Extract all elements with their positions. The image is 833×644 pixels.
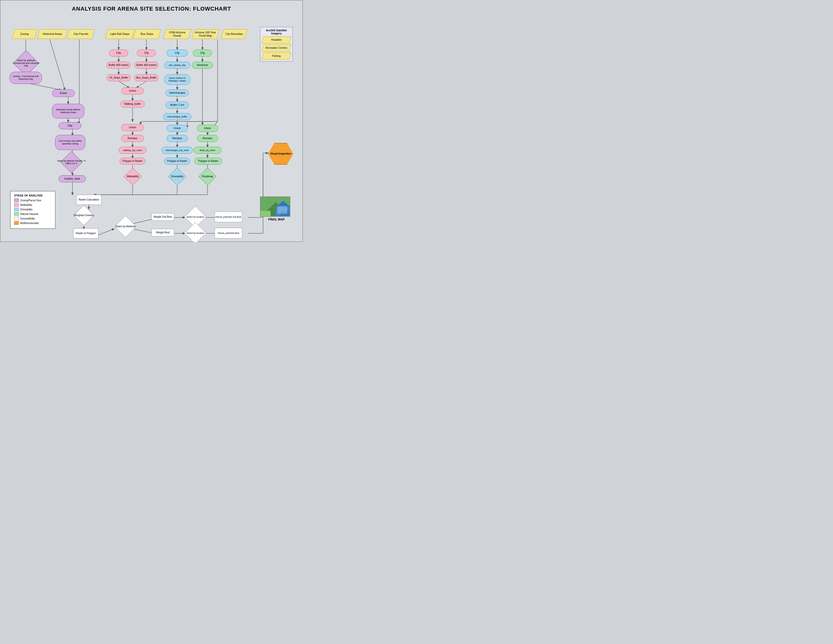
floodmap: Floodmap (196, 170, 219, 183)
floodzone: floodzone (192, 62, 213, 69)
legend-item-driveability: Driveability (14, 208, 51, 211)
final-map-label: FINAL MAP (260, 218, 293, 221)
select-attr-5m: Select by attribute Parcels > 5 million … (55, 154, 88, 170)
buffer-400-lr: Buffer 400 metres (106, 62, 131, 69)
parcel-2nd-best: Parcel_potential 2nd Best (215, 212, 242, 222)
interchanges-buffer: interchanges_buffer (163, 113, 191, 120)
poly-to-raster-drive: Polygon to Raster (164, 158, 190, 165)
svg-rect-74 (261, 211, 270, 217)
union-walk2: Union (121, 124, 144, 131)
bus-stops-input: Bus Stops (133, 29, 161, 39)
city-parcels-input: City Parcels (67, 29, 95, 39)
parcel-best: Parcel_potential Best (215, 228, 242, 238)
legend-title: STAGE OF ANALYSIS (14, 194, 51, 197)
bus-stops-buffer: Bus_Stops_Buffer (134, 74, 159, 81)
reclass-drive: Reclass (167, 135, 188, 142)
svg-line-2 (26, 83, 61, 90)
final-map: FINAL MAP (260, 196, 293, 221)
legend-swatch-driveability (14, 208, 19, 211)
map-image (260, 196, 290, 217)
walkability: Walkability (122, 170, 144, 183)
legend-swatch-multifunctionality (14, 221, 19, 225)
poly-to-raster-walk: Polygon to Raster (120, 158, 145, 165)
select-by-location-1: Select by location (182, 225, 209, 241)
svg-line-3 (50, 39, 65, 90)
query-reclass: Query reclass to freeways / ramps (164, 74, 190, 85)
zoning-comm-ind: Zoning - Commercial and Industrial Only (10, 72, 42, 84)
legend-item-susceptibility: Susceptibility (14, 217, 51, 220)
city-parcels-zoning: City Parcels only within specified zonin… (55, 135, 85, 150)
select-attr-comm-ind: Select by attribute Commercial and Indus… (10, 54, 42, 72)
legend-label-zoning: Zoning/Parcel Size (20, 199, 42, 202)
union-walk: Union (121, 87, 144, 95)
raster-to-polygon: Raster to Polygon (73, 228, 98, 238)
osm-roads-input: OSM Arizona Roads (163, 29, 191, 39)
union-flood: Union (197, 125, 218, 132)
lr-stops-buffer: LR_Stops_Buffer (106, 74, 131, 81)
legend-label-walkability: Walkability (20, 204, 32, 206)
page-title: ANALYSIS FOR ARENA SITE SELECTION: FLOWC… (6, 6, 298, 12)
flowchart: Zoning Historical Areas City Parcels Lig… (6, 17, 298, 237)
clip-lr: Clip (109, 50, 128, 56)
weight-best: Weight Best (151, 229, 174, 237)
union-drive: Union (167, 125, 188, 132)
walking-city-union: walking_city_union (119, 147, 146, 154)
parking-input: Parking (262, 53, 291, 60)
zoning-input: Zoning (12, 29, 37, 39)
weighted-overlay: Weighted Overlay (71, 208, 97, 223)
legend-label-susceptibility: Susceptibility (20, 217, 35, 220)
clip-bus: Clip (137, 50, 156, 56)
visual-inspection: Visual Inspection (268, 143, 293, 165)
walking-buffer: Walking_buffer (121, 100, 145, 108)
reclass-flood: Reclass (197, 135, 218, 142)
interchanges: Interchanges (166, 89, 189, 97)
legend-swatch-susceptibility (14, 217, 19, 220)
phx-streets-clip: phx_streets_clip (164, 62, 190, 69)
select-by-attribute: Select by Attribute (112, 219, 139, 234)
legend-swatch-walkability (14, 203, 19, 206)
flood-city-union: flood_city_union (194, 147, 221, 154)
poly-to-raster-flood: Polygon to Raster (195, 158, 222, 165)
clip-roads: Clip (167, 50, 188, 56)
city-boundary-input: City Boundary (221, 29, 248, 39)
legend-item-walkability: Walkability (14, 203, 51, 206)
legend-swatch-natural-hazards (14, 212, 19, 216)
historical-areas-input: Historical Areas (37, 29, 68, 39)
legend: STAGE OF ANALYSIS Zoning/Parcel Size Wal… (10, 191, 56, 229)
legend-swatch-zoning (14, 198, 19, 202)
location-ideal: location_ideal (59, 175, 86, 182)
svg-rect-75 (281, 211, 290, 217)
clip-flood: Clip (193, 50, 212, 56)
svg-line-17 (119, 81, 129, 88)
legend-item-multifunctionality: Multifunctionality (14, 221, 51, 225)
interchanges-city-union: interchanges_city_union (162, 147, 193, 154)
legend-label-driveability: Driveability (20, 208, 32, 211)
page: ANALYSIS FOR ARENA SITE SELECTION: FLOWC… (0, 0, 303, 242)
light-rail-stops-input: Light Rail Stops (105, 29, 134, 39)
raster-calculation: Raster Calculation (76, 195, 101, 205)
recreation-input: Recreation Centres (262, 45, 291, 52)
flood-map-input: Arizona 100 Year Flood Map (191, 29, 219, 39)
legend-label-multifunctionality: Multifunctionality (20, 222, 39, 224)
map-svg (261, 197, 290, 217)
hospitals-input: Hospitals (262, 36, 291, 43)
driveability: Driveability (167, 170, 188, 183)
legend-label-natural-hazards: Natural Hazards (20, 213, 39, 216)
legend-item-natural-hazards: Natural Hazards (14, 212, 51, 216)
legend-item-zoning: Zoning/Parcel Size (14, 198, 51, 202)
erase-process: Erase (52, 89, 75, 97)
arcgis-title: ArcGIS Satellite Imagery (262, 29, 290, 35)
buffer-1km: Buffer 1 km (166, 101, 189, 109)
selected-zoning-no-hist: Selected zoning without Historical Areas (52, 104, 84, 118)
buffer-400-bus: Buffer 400 metres (134, 62, 159, 69)
arcgis-box: ArcGIS Satellite Imagery Hospitals Recre… (260, 27, 293, 62)
weight-2nd-best: Weight 2nd Best (151, 213, 174, 221)
clip-parcels: Clip (59, 122, 81, 129)
svg-line-18 (136, 81, 146, 88)
reclass-walk: Reclass (121, 135, 144, 142)
